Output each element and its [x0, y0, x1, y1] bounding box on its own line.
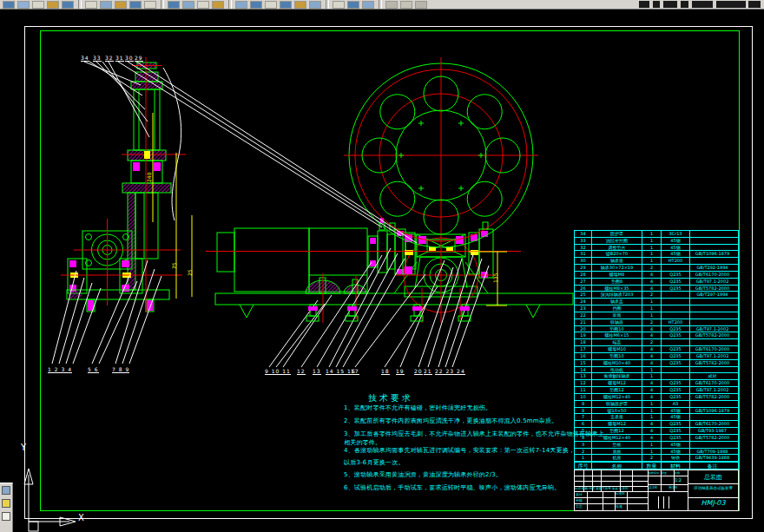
toolbar-icon[interactable]: [415, 1, 427, 9]
toolbar-icon[interactable]: [212, 1, 224, 9]
parts-table-row: 11垫圈124Q235GB/T97.1-2002: [575, 386, 738, 393]
dock-icon[interactable]: [2, 486, 10, 495]
parts-table-row: 5垫圈124Q235GB/T93-1987: [575, 427, 738, 434]
toolbar-icon[interactable]: [362, 1, 374, 9]
parts-table-row: 19螺栓M6×154Q235GB/T5782-2000: [575, 332, 738, 338]
parts-table-row: 15螺栓M10×404Q235GB/T5782-2000: [575, 359, 738, 366]
parts-table-row: 3垫板145钢: [575, 441, 738, 448]
application-window: Y X 技术要求 1、装配时零件不允许有磕碰，密封件须完好无损伤。2、装配前所有…: [0, 0, 764, 532]
parts-table-cell: 4: [642, 353, 661, 359]
toolbar-icon[interactable]: [85, 1, 97, 9]
toolbar-separator: [379, 0, 382, 9]
toolbar-icon[interactable]: [17, 1, 30, 9]
parts-table-cell: 1: [642, 312, 661, 319]
toolbar-glyph[interactable]: [663, 1, 677, 8]
toolbar-icon[interactable]: [265, 1, 277, 9]
toolbar-icon[interactable]: [197, 1, 209, 9]
parts-table-cell: Q235: [661, 394, 689, 400]
toolbar-icon[interactable]: [182, 1, 194, 9]
parts-table-cell: 6: [575, 421, 591, 427]
part-callout-number: 31: [115, 55, 124, 62]
parts-table-cell: 垫板: [591, 442, 642, 448]
toolbar-glyph[interactable]: [639, 1, 649, 8]
tech-requirement-line: 5、滚动轴承采用黄油润滑，黄油深度为轴承外径的2/3。: [344, 470, 502, 479]
dock-icon[interactable]: [2, 499, 10, 508]
parts-table-cell: 1: [642, 449, 661, 455]
parts-table-cell: 5: [575, 428, 591, 434]
toolbar-icon[interactable]: [129, 1, 142, 9]
toolbar-icon[interactable]: [115, 1, 127, 9]
tech-requirement-line: 4、各滚动轴承均需事先对轴瓦进行调试编号，安装要求：第一次运转7-14天更换，: [344, 446, 575, 455]
parts-table-cell: 9: [575, 401, 591, 407]
toolbar-icon[interactable]: [235, 1, 247, 9]
parts-table-cell: GB/T97.1-2002: [689, 279, 734, 285]
parts-table-cell: Q235: [661, 346, 689, 352]
parts-table-cell: 45钢: [661, 251, 689, 257]
ucs-x-label: X: [78, 513, 84, 522]
parts-table-cell: GB/T5782-2000: [689, 435, 734, 441]
scale-value: 1:2: [675, 477, 687, 483]
dock-icon[interactable]: [2, 512, 10, 521]
parts-table-cell: 调整垫片: [591, 245, 642, 251]
parts-table-cell: 32: [575, 245, 591, 251]
parts-table-cell: A3: [661, 401, 689, 407]
dimension-value: 135: [492, 273, 498, 283]
parts-table-cell: Q235: [661, 353, 689, 359]
parts-table-header-cell: 数量: [642, 463, 661, 469]
toolbar-glyph[interactable]: [716, 1, 746, 8]
toolbar-glyph[interactable]: [692, 1, 713, 8]
parts-table-cell: GB/T97.1-2002: [689, 353, 734, 359]
parts-table-cell: 铸铁: [661, 455, 689, 461]
toolbar-glyph[interactable]: [681, 1, 688, 8]
toolbar-separator: [78, 0, 82, 9]
toolbar-icon[interactable]: [385, 1, 398, 9]
parts-table-cell: 1: [575, 455, 591, 461]
toolbar-icon[interactable]: [250, 1, 262, 9]
parts-table-row: 34防护罩13Cr13: [575, 231, 738, 237]
left-dock-toolbar[interactable]: [0, 483, 13, 532]
toolbar-icon[interactable]: [100, 1, 112, 9]
parts-table-cell: 成对: [689, 373, 734, 379]
toolbar-icon[interactable]: [309, 1, 321, 9]
parts-table-cell: 4: [642, 286, 661, 292]
top-toolbar[interactable]: [0, 0, 764, 10]
parts-table-row: 27垫圈84Q235GB/T97.1-2002: [575, 278, 738, 285]
toolbar-icon[interactable]: [62, 1, 74, 9]
toolbar-icon[interactable]: [47, 1, 59, 9]
toolbar-icon[interactable]: [280, 1, 292, 9]
toolbar-icon[interactable]: [168, 1, 180, 9]
tech-requirements-title: 技术要求: [368, 392, 413, 404]
dimension-lines: [469, 252, 507, 305]
parts-table-cell: [689, 258, 734, 264]
toolbar-icon[interactable]: [3, 1, 15, 9]
parts-table-cell: [689, 401, 734, 407]
parts-table-cell: 11: [575, 387, 591, 393]
parts-table-cell: 1: [642, 231, 661, 237]
toolbar-glyph[interactable]: [748, 1, 761, 8]
toolbar-icon[interactable]: [32, 1, 44, 9]
parts-table-cell: GB/T5782-2000: [689, 286, 734, 292]
role-process: 工艺: [576, 504, 587, 510]
toolbar-glyph[interactable]: [653, 1, 660, 8]
tech-requirement-line: 6、试验机启动后，手动试车，要求运转时平稳、噪声小，滚动体内应无异响。: [344, 483, 560, 492]
toolbar-icon[interactable]: [333, 1, 345, 9]
parts-table-cell: 4: [642, 272, 661, 278]
parts-table-cell: 33: [575, 238, 591, 244]
parts-table-cell: [661, 299, 689, 305]
parts-table-cell: 45钢: [661, 449, 689, 455]
parts-table-cell: 螺栓M6×15: [591, 332, 642, 338]
parts-table-cell: 4: [642, 394, 661, 400]
toolbar-icon[interactable]: [294, 1, 306, 9]
parts-table-cell: GB/T6170-2000: [689, 421, 734, 427]
toolbar-icon[interactable]: [347, 1, 359, 9]
parts-table-cell: 1: [642, 238, 661, 244]
stage-label: 阶段标记: [649, 471, 661, 476]
tech-requirement-line: 以后3-6月更换一次。: [344, 458, 405, 467]
part-callout-number: 33: [93, 55, 102, 62]
toolbar-icon[interactable]: [400, 1, 412, 9]
toolbar-icon[interactable]: [144, 1, 156, 9]
parts-table-cell: 4: [642, 380, 661, 386]
mass-label: 质量: [662, 471, 673, 476]
parts-table-cell: 23: [575, 305, 591, 312]
parts-table-cell: 10: [575, 394, 591, 400]
